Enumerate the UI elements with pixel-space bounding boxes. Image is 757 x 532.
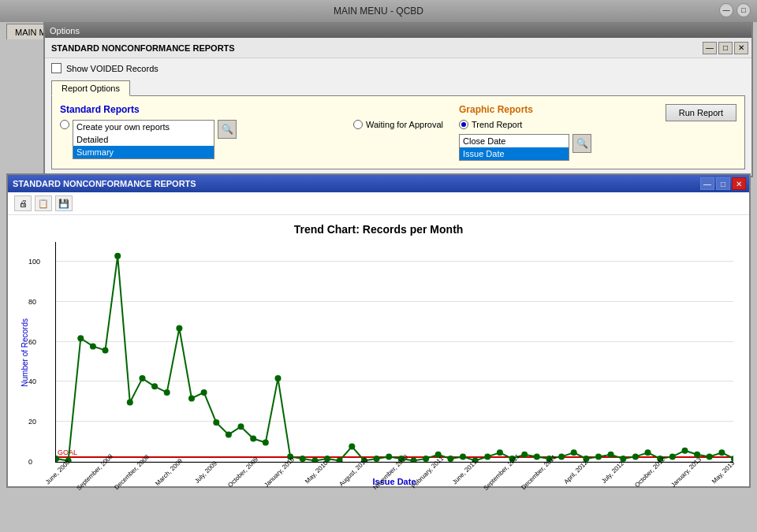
search-icon: 🔍 (576, 138, 588, 149)
copy-btn[interactable]: 📋 (35, 195, 52, 211)
options-window: Options STANDARD NONCONFORMANCE REPORTS … (43, 22, 753, 177)
minimize-icon: — (723, 6, 730, 14)
title-bar: MAIN MENU - QCBD — □ (0, 0, 757, 22)
svg-point-1 (65, 458, 72, 463)
graphic-reports-title: Graphic Reports (459, 104, 591, 115)
svg-point-13 (213, 419, 219, 426)
chart-minimize-btn[interactable]: — (700, 177, 714, 190)
svg-point-27 (386, 453, 392, 459)
show-voided-checkbox[interactable] (51, 63, 62, 73)
svg-point-12 (201, 389, 207, 396)
standard-search-btn[interactable]: 🔍 (218, 120, 237, 139)
svg-point-8 (151, 383, 158, 389)
chart-window: STANDARD NONCONFORMANCE REPORTS — □ ✕ 🖨 … (6, 173, 751, 488)
save-btn[interactable]: 💾 (55, 195, 73, 211)
search-icon: 🔍 (222, 124, 233, 135)
copy-icon: 📋 (38, 199, 49, 209)
svg-point-48 (645, 449, 651, 456)
svg-point-3 (90, 343, 96, 349)
minimize-icon: — (703, 180, 711, 188)
svg-point-52 (694, 452, 700, 458)
close-date-item[interactable]: Close Date (460, 135, 569, 147)
chart-toolbar: 🖨 📋 💾 (8, 192, 749, 215)
options-title-bar: Options (45, 24, 751, 38)
svg-point-14 (226, 431, 232, 437)
issue-date-item[interactable]: Issue Date (460, 147, 569, 160)
svg-point-29 (411, 458, 417, 463)
show-voided-row: Show VOIDED Records (45, 58, 751, 78)
svg-point-54 (718, 449, 725, 456)
standard-reports-section: Standard Reports Create your own reports… (60, 104, 337, 159)
chart-win-controls: — □ ✕ (700, 177, 746, 190)
waiting-approval-label: Waiting for Approval (366, 120, 443, 129)
window-controls: — □ ✕ (703, 42, 748, 54)
maximize-icon: □ (741, 6, 745, 14)
print-icon: 🖨 (19, 199, 28, 208)
svg-point-40 (546, 456, 553, 462)
svg-point-20 (300, 456, 306, 462)
maximize-btn[interactable]: □ (736, 3, 751, 17)
title-bar-controls: — □ (719, 3, 751, 17)
svg-point-35 (484, 453, 490, 459)
svg-point-28 (398, 456, 405, 462)
svg-point-47 (632, 453, 639, 459)
svg-point-41 (558, 453, 565, 459)
svg-point-43 (583, 456, 589, 462)
list-item[interactable]: Create your own reports (73, 121, 214, 133)
trend-report-row: Trend Report (459, 120, 591, 129)
svg-point-32 (447, 456, 453, 462)
waiting-approval-radio[interactable] (353, 120, 363, 129)
svg-point-45 (608, 452, 614, 458)
svg-point-21 (311, 458, 318, 463)
report-options-tab[interactable]: Report Options (51, 80, 130, 96)
chart-main-title: Trend Chart: Records per Month (16, 223, 741, 236)
save-icon: 💾 (58, 199, 69, 209)
trend-report-radio[interactable] (459, 120, 468, 129)
standard-radio-group (60, 120, 69, 129)
standard-reports-list[interactable]: Create your own reports Detailed Summary (73, 120, 214, 159)
show-voided-label: Show VOIDED Records (66, 64, 158, 73)
chart-area: Trend Chart: Records per Month Number of… (8, 215, 749, 486)
svg-point-15 (238, 423, 244, 430)
minimize-icon: — (706, 43, 714, 52)
print-btn[interactable]: 🖨 (14, 195, 32, 211)
graphic-search-btn[interactable]: 🔍 (572, 134, 591, 153)
chart-window-title: STANDARD NONCONFORMANCE REPORTS (13, 179, 196, 188)
svg-point-30 (423, 456, 429, 462)
standard-radio-btn[interactable] (60, 120, 69, 129)
graphic-reports-list[interactable]: Close Date Issue Date (459, 134, 569, 161)
run-report-btn[interactable]: Run Report (666, 104, 736, 121)
close-icon: ✕ (736, 180, 742, 188)
svg-point-37 (509, 456, 516, 462)
svg-point-46 (620, 456, 626, 462)
app-title: MAIN MENU - QCBD (334, 6, 423, 17)
chart-close-btn[interactable]: ✕ (732, 177, 746, 190)
report-list-container: Create your own reports Detailed Summary… (60, 120, 337, 159)
nc-close-btn[interactable]: ✕ (734, 42, 748, 54)
svg-point-16 (250, 436, 256, 442)
svg-point-34 (472, 458, 479, 463)
list-item-selected[interactable]: Summary (73, 146, 214, 158)
graphic-section: Graphic Reports Trend Report Close Date … (459, 104, 736, 161)
nc-minimize-btn[interactable]: — (703, 42, 717, 54)
svg-point-39 (534, 453, 540, 459)
svg-point-51 (682, 448, 688, 454)
svg-point-7 (140, 375, 146, 381)
svg-point-6 (127, 400, 133, 406)
waiting-approval-row: Waiting for Approval (353, 120, 443, 129)
svg-point-50 (669, 453, 676, 459)
options-title-text: Options (50, 26, 80, 35)
maximize-icon: □ (721, 180, 725, 188)
minimize-btn[interactable]: — (719, 3, 733, 17)
chart-maximize-btn[interactable]: □ (716, 177, 730, 190)
svg-point-44 (595, 453, 602, 459)
svg-point-53 (707, 453, 713, 459)
list-item[interactable]: Detailed (73, 133, 214, 146)
tab-strip: Report Options (45, 78, 751, 95)
svg-point-19 (287, 453, 293, 459)
svg-point-49 (657, 456, 663, 462)
svg-point-0 (56, 456, 59, 462)
svg-point-22 (324, 456, 330, 462)
standard-reports-title: Standard Reports (60, 104, 337, 115)
nc-maximize-btn[interactable]: □ (718, 42, 733, 54)
